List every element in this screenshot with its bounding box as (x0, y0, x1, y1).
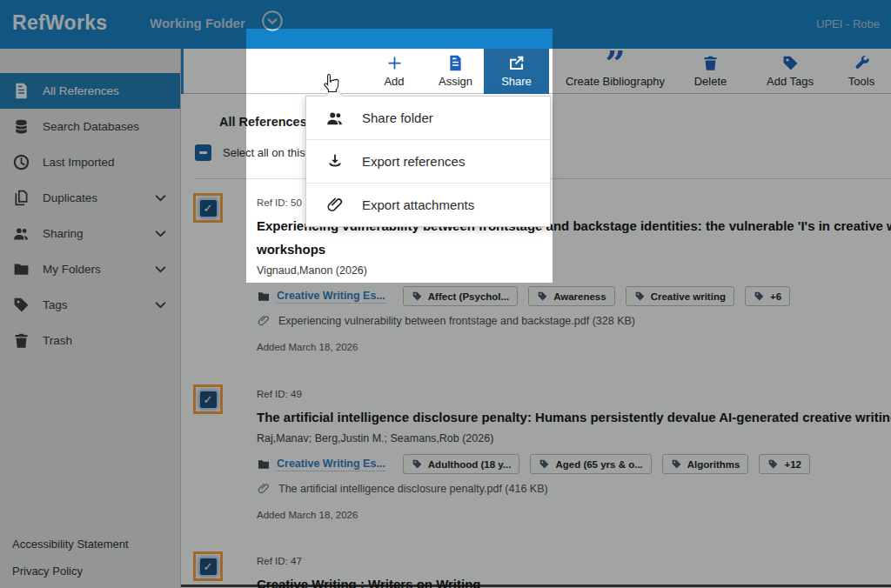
account-label[interactable]: UPEI - Robe (816, 17, 880, 30)
plus-icon (385, 54, 404, 72)
toolbar: AddAssignShare”Create BibliographyDelete… (181, 49, 891, 94)
paperclip-icon (257, 482, 271, 496)
folder-link-label: Creative Writing Es... (277, 458, 385, 471)
sidebar-item-label: Search Databases (43, 120, 139, 133)
share-dropdown-menu: Share folderExport referencesExport atta… (305, 96, 551, 227)
tag-icon (671, 458, 682, 470)
folder-link[interactable]: Creative Writing Es... (257, 458, 385, 471)
tag-chip[interactable]: Adulthood (18 y... (403, 454, 520, 474)
footer-link[interactable]: Accessibility Statement (12, 538, 129, 551)
toolbar-button-label: Add (384, 75, 404, 88)
people-icon (325, 109, 345, 128)
tag-icon (537, 291, 548, 302)
sidebar-item-all-references[interactable]: All References (0, 73, 180, 109)
sidebar-item-label: Last Imported (43, 156, 115, 169)
tag-chip[interactable]: Algorithms (662, 454, 749, 474)
reference-title-line: The artificial intelligence disclosure p… (257, 405, 891, 429)
database-icon (12, 117, 30, 136)
toolbar-button-delete[interactable]: Delete (681, 49, 740, 94)
sidebar-scrollbar[interactable] (181, 49, 184, 94)
refworks-logo: RefWorks (12, 11, 107, 35)
sidebar-item-label: Trash (43, 334, 72, 347)
menu-item-share-folder[interactable]: Share folder (306, 97, 550, 139)
toolbar-button-add-tags[interactable]: Add Tags (759, 49, 821, 94)
sidebar-item-duplicates[interactable]: Duplicates (0, 180, 180, 216)
sidebar-item-label: Duplicates (43, 191, 97, 204)
tag-chip-label: Aged (65 yrs & o... (555, 459, 642, 470)
attachment-label: Experiencing vulnerability between front… (278, 315, 635, 327)
toolbar-button-label: Tools (848, 75, 874, 88)
reference-id: Ref ID: 49 (257, 384, 891, 399)
footer-link[interactable]: Privacy Policy (12, 565, 129, 578)
toolbar-button-label: Assign (439, 75, 472, 88)
reference-title-line: workshops (257, 237, 891, 261)
sidebar-item-label: Sharing (43, 227, 84, 240)
menu-item-label: Share folder (362, 110, 433, 125)
checkbox-checked-icon: ✓ (200, 558, 217, 575)
chevron-down-icon (151, 296, 170, 314)
toolbar-button-label: Share (501, 75, 532, 88)
toolbar-button-label: Delete (694, 75, 727, 88)
tag-icon (781, 54, 800, 72)
tag-chip-label: Algorithms (687, 459, 740, 470)
tag-chip-label: Creative writing (651, 291, 726, 302)
menu-item-label: Export references (362, 154, 465, 169)
quotes-icon: ” (605, 54, 625, 72)
people-icon (12, 224, 30, 243)
sidebar-item-label: My Folders (43, 263, 101, 276)
tag-chip[interactable]: Aged (65 yrs & o... (530, 454, 651, 474)
toolbar-button-create-bibliography[interactable]: ”Create Bibliography (549, 49, 681, 94)
sidebar-footer: Accessibility StatementPrivacy Policy (12, 538, 129, 588)
tag-icon (539, 458, 550, 470)
folder-link[interactable]: Creative Writing Es... (257, 290, 385, 304)
toolbar-button-tools[interactable]: Tools (834, 49, 889, 94)
select-all-checkbox[interactable] (195, 144, 211, 161)
reference-title[interactable]: The artificial intelligence disclosure p… (257, 405, 891, 429)
toolbar-button-share[interactable]: Share (484, 49, 549, 94)
tag-chip[interactable]: Awareness (528, 286, 615, 306)
reference-row: ✓Ref ID: 49The artificial intelligence d… (181, 384, 891, 520)
attachment-label: The artificial intelligence disclosure p… (278, 483, 548, 495)
tag-icon (754, 291, 765, 302)
tag-icon (767, 458, 779, 470)
share-icon (507, 54, 526, 72)
reference-checkbox[interactable]: ✓ (193, 551, 223, 581)
sidebar-item-last-imported[interactable]: Last Imported (0, 144, 180, 180)
reference-checkbox[interactable]: ✓ (193, 384, 223, 414)
sidebar-item-search-databases[interactable]: Search Databases (0, 109, 180, 144)
reference-checkbox[interactable]: ✓ (193, 193, 223, 223)
reference-body: Ref ID: 49The artificial intelligence di… (257, 384, 891, 520)
tag-icon (412, 291, 423, 302)
toolbar-button-add[interactable]: Add (364, 49, 425, 94)
tag-icon (12, 296, 30, 314)
sidebar-item-tags[interactable]: Tags (0, 287, 180, 323)
checkbox-checked-icon: ✓ (200, 200, 217, 217)
tag-chip[interactable]: Affect (Psychol... (403, 286, 518, 306)
chevron-circle-icon[interactable] (261, 10, 284, 32)
attachment-link[interactable]: Experiencing vulnerability between front… (257, 314, 891, 328)
folder-icon (257, 290, 271, 304)
added-date: Added March 18, 2026 (257, 342, 891, 352)
toolbar-button-assign[interactable]: Assign (427, 49, 484, 94)
tag-chip-label: +12 (784, 459, 801, 470)
reference-authors: Vignaud,Manon (2026) (257, 264, 891, 277)
attachment-link[interactable]: The artificial intelligence disclosure p… (257, 482, 891, 496)
sidebar-item-my-folders[interactable]: My Folders (0, 251, 180, 287)
sidebar-item-label: Tags (43, 298, 68, 311)
working-folder-label[interactable]: Working Folder (150, 16, 245, 30)
sidebar-item-label: All References (43, 84, 119, 97)
sidebar-item-trash[interactable]: Trash (0, 323, 180, 358)
tag-chip[interactable]: +12 (759, 454, 810, 474)
page-title: All References ( (219, 115, 315, 129)
sidebar-item-sharing[interactable]: Sharing (0, 216, 180, 251)
reference-chips: Creative Writing Es...Adulthood (18 y...… (257, 454, 891, 474)
tag-chip[interactable]: +6 (745, 286, 790, 306)
tag-icon (412, 458, 423, 470)
trash-icon (12, 331, 30, 350)
paperclip-icon (257, 314, 271, 328)
tag-chip[interactable]: Creative writing (626, 286, 734, 306)
reference-title[interactable]: Creative Writing : Writers on Writing (257, 572, 891, 588)
menu-item-export-attachments[interactable]: Export attachments (306, 183, 550, 226)
menu-item-export-references[interactable]: Export references (306, 139, 550, 183)
reference-authors: Raj,Manav; Berg,Justin M.; Seamans,Rob (… (257, 432, 891, 444)
